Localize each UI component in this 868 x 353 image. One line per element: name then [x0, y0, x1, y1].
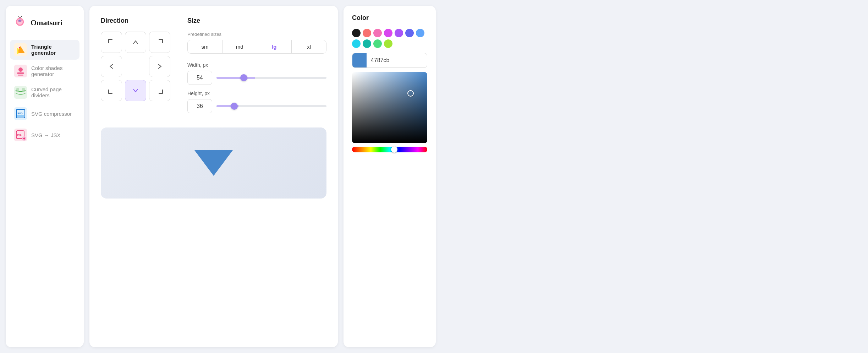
- svg-jsx-icon: SVG →JSX: [14, 129, 27, 141]
- triangle-preview-panel: [101, 127, 326, 199]
- height-input[interactable]: [187, 99, 212, 113]
- controls-row: Direction: [101, 17, 326, 119]
- sidebar-item-svg-jsx[interactable]: SVG →JSX SVG → JSX: [10, 125, 79, 145]
- swatch-purple[interactable]: [395, 29, 403, 37]
- svg-point-5: [19, 17, 20, 18]
- direction-section: Direction: [101, 17, 170, 119]
- direction-grid: [101, 32, 170, 101]
- svg-rect-15: [14, 86, 27, 99]
- dir-btn-top-right[interactable]: [149, 32, 170, 53]
- swatch-red[interactable]: [363, 29, 371, 37]
- triangle-preview: [194, 150, 233, 176]
- svg-rect-17: [22, 88, 25, 92]
- width-input[interactable]: [187, 71, 212, 85]
- color-picker-handle[interactable]: [407, 90, 414, 97]
- hue-handle[interactable]: [391, 146, 397, 153]
- color-input-row: [352, 53, 427, 68]
- sidebar-item-curved-dividers[interactable]: Curved page dividers: [10, 82, 79, 102]
- swatch-green[interactable]: [373, 39, 382, 48]
- logo-text: Omatsuri: [31, 18, 62, 27]
- size-section: Size Predefined sizes sm md lg xl Width,…: [187, 17, 326, 119]
- predefined-label: Predefined sizes: [187, 32, 326, 37]
- sidebar-item-svg-compressor-label: SVG compressor: [31, 111, 72, 117]
- svg-rect-21: [17, 115, 24, 117]
- height-slider[interactable]: [216, 105, 326, 107]
- svg-text:SVG: SVG: [17, 134, 22, 136]
- sidebar-item-triangle-label: Triangle generator: [31, 44, 75, 56]
- hue-slider-row[interactable]: [352, 147, 427, 152]
- dir-btn-center: [125, 56, 146, 77]
- width-input-row: [187, 71, 326, 85]
- logo-area: Omatsuri: [10, 13, 79, 38]
- color-hex-input[interactable]: [367, 57, 427, 64]
- size-xl[interactable]: xl: [292, 40, 326, 53]
- svg-rect-16: [16, 88, 19, 92]
- sidebar-item-curved-dividers-label: Curved page dividers: [31, 86, 75, 98]
- dir-btn-bottom-left[interactable]: [101, 80, 122, 101]
- dir-btn-right[interactable]: [149, 56, 170, 77]
- color-title: Color: [352, 14, 427, 22]
- swatch-lime[interactable]: [384, 39, 392, 48]
- dir-btn-top-left[interactable]: [101, 32, 122, 53]
- swatch-fuchsia[interactable]: [384, 29, 392, 37]
- sidebar-item-color-shades-label: Color shades generator: [31, 65, 75, 77]
- triangle-icon: [14, 43, 27, 56]
- size-title: Size: [187, 17, 326, 25]
- svg-text:SVG: SVG: [17, 112, 23, 115]
- sidebar-item-triangle[interactable]: Triangle generator: [10, 40, 79, 60]
- sidebar: Omatsuri Triangle generator Color shades…: [6, 6, 84, 347]
- color-preview-square: [352, 53, 367, 67]
- size-md[interactable]: md: [223, 40, 257, 53]
- height-label: Height, px: [187, 91, 326, 96]
- swatch-indigo[interactable]: [405, 29, 414, 37]
- width-label: Width, px: [187, 62, 326, 68]
- width-slider[interactable]: [216, 77, 326, 79]
- svg-rect-9: [17, 48, 18, 54]
- controls-panel: Direction: [89, 6, 338, 347]
- main-content: Direction: [89, 0, 868, 353]
- swatch-blue[interactable]: [416, 29, 424, 37]
- size-sm[interactable]: sm: [188, 40, 223, 53]
- height-input-row: [187, 99, 326, 113]
- color-panel: Color: [344, 6, 436, 347]
- sidebar-item-svg-jsx-label: SVG → JSX: [31, 132, 61, 138]
- triangle-svg: [194, 150, 233, 176]
- curved-dividers-icon: [14, 86, 27, 99]
- svg-compressor-icon: SVG: [14, 107, 27, 120]
- width-row: Width, px: [187, 62, 326, 85]
- dir-btn-bottom-right[interactable]: [149, 80, 170, 101]
- swatch-black[interactable]: [352, 29, 361, 37]
- color-picker-area[interactable]: [352, 72, 427, 143]
- direction-title: Direction: [101, 17, 170, 25]
- swatch-pink[interactable]: [373, 29, 382, 37]
- size-lg[interactable]: lg: [257, 40, 292, 53]
- logo-icon: [13, 16, 27, 30]
- swatch-cyan[interactable]: [352, 39, 361, 48]
- dir-btn-left[interactable]: [101, 56, 122, 77]
- color-swatches: [352, 29, 427, 48]
- svg-rect-14: [18, 75, 23, 76]
- sidebar-item-color-shades[interactable]: Color shades generator: [10, 61, 79, 81]
- svg-marker-27: [194, 150, 233, 176]
- sidebar-item-svg-compressor[interactable]: SVG SVG compressor: [10, 104, 79, 124]
- predefined-sizes: sm md lg xl: [187, 40, 326, 54]
- dir-btn-bottom[interactable]: [125, 80, 146, 101]
- svg-point-12: [18, 67, 23, 72]
- swatch-teal[interactable]: [363, 39, 371, 48]
- color-shades-icon: [14, 65, 27, 77]
- svg-rect-13: [17, 72, 24, 74]
- dir-btn-top[interactable]: [125, 32, 146, 53]
- height-row: Height, px: [187, 91, 326, 113]
- svg-rect-10: [19, 47, 20, 48]
